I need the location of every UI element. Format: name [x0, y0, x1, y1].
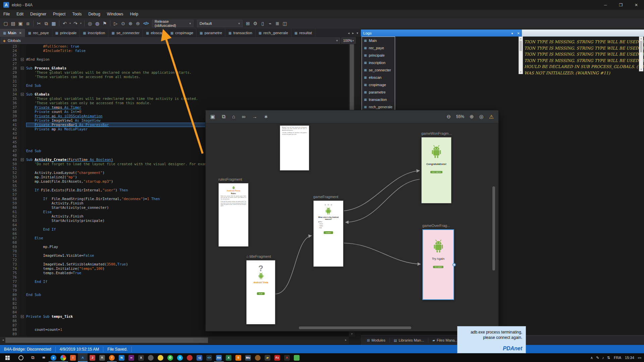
pin-panel-icon[interactable]: ▾ [509, 32, 515, 35]
window-minimize-button[interactable]: ─ [598, 0, 613, 10]
taskbar-icon-app-j[interactable]: J [88, 353, 97, 362]
hidden-icons-chevron[interactable]: ∧ [590, 356, 593, 360]
device-icon[interactable]: ▯ [259, 18, 266, 28]
taskbar-icon-app-x-dark[interactable]: X [136, 353, 146, 362]
tab-list-item-cropimage[interactable]: ▦cropimage [362, 81, 395, 88]
fold-toggle-icon[interactable]: − [21, 158, 24, 161]
log-scrollbar-inner[interactable]: ▴ ▾ [519, 37, 523, 74]
designer-grid-icon[interactable]: ⊞ [244, 18, 252, 28]
panel-tab-files-mana-[interactable]: ▰Files Mana... [430, 337, 461, 344]
redo-dropdown-icon[interactable]: ▾ [79, 18, 83, 28]
build-icon[interactable]: ⊙ [119, 18, 127, 28]
taskbar-icon-edge[interactable]: e [49, 353, 58, 362]
save-icon[interactable]: ▣ [17, 18, 24, 28]
fragment-card-rules[interactable]: Android TriviaRulesSelect the answer fro… [218, 183, 249, 247]
zoom-out-icon[interactable]: ⊖ [446, 114, 451, 120]
editor-zoom-select[interactable]: 100% ▾ [341, 38, 356, 44]
close-tab-icon[interactable]: ✕ [19, 31, 21, 35]
taskbar-icon-app-red-dot[interactable] [185, 353, 195, 362]
taskbar-icon-android-studio[interactable]: An [214, 353, 224, 362]
scroll-down-icon[interactable]: ▾ [639, 68, 643, 71]
fragment-card-about[interactable]: Android Trivia will help remind you of i… [280, 125, 309, 171]
taskbar-icon-app-orange[interactable]: i [68, 353, 78, 362]
bookmark-icon[interactable]: ⚑ [101, 18, 108, 28]
taskbar-icon-skype[interactable]: S [175, 353, 185, 362]
menu-designer[interactable]: Designer [27, 10, 50, 18]
tab-principale[interactable]: ▦principale [52, 29, 80, 37]
taskbar-icon-app-code[interactable]: <> [204, 353, 214, 362]
menu-debug[interactable]: Debug [85, 10, 103, 18]
action-arrow-icon[interactable]: → [252, 114, 257, 120]
build-configuration-select[interactable]: Release (obfuscated)▾ [152, 20, 194, 27]
taskbar-icon-firefox[interactable]: f [107, 353, 117, 362]
taskbar-icon-app-yellow-dot[interactable] [156, 353, 165, 362]
logs-panel-header[interactable]: Logs ▾✕ [361, 29, 522, 37]
copy-icon[interactable]: ⧉ [43, 18, 50, 28]
taskbar-icon-app-grey-dot[interactable] [146, 353, 156, 362]
new-file-icon[interactable]: ▢ [2, 18, 9, 28]
taskbar-icon-chrome[interactable] [58, 353, 68, 362]
scrollbar-thumb[interactable] [640, 41, 642, 52]
tab-rec_paye[interactable]: ▦rec_paye [25, 29, 52, 37]
replace-icon[interactable]: ◍ [94, 18, 101, 28]
action-game-to-won[interactable] [344, 171, 420, 211]
taskbar-icon-app-green[interactable] [292, 353, 302, 362]
layout-variant-select[interactable]: Default▾ [197, 20, 243, 27]
taskbar-icon-mail[interactable]: ✉ [39, 353, 49, 362]
taskbar-icon-app-mu[interactable]: Mu [243, 353, 253, 362]
tab-list-item-se_connecter[interactable]: ▦se_connecter [362, 66, 395, 74]
fragment-card-over[interactable]: Try AgainTRY AGAIN [422, 229, 454, 300]
panel-tab-modules[interactable]: ⊞Modules [364, 337, 388, 344]
menu-windows[interactable]: Windows [104, 10, 127, 18]
tab-parametre[interactable]: ▦parametre [197, 29, 225, 37]
paste-icon[interactable]: ▦ [50, 18, 57, 28]
compile-icon[interactable]: ⊛ [127, 18, 134, 28]
tab-list-item-transaction[interactable]: ▦transaction [362, 96, 395, 103]
submit-button[interactable]: SUBMIT [324, 231, 333, 234]
scroll-right-icon[interactable]: ▸ [343, 338, 349, 342]
tab-inscription[interactable]: ▦inscription [80, 29, 108, 37]
play-button[interactable]: PLAY [257, 292, 265, 295]
fragment-card-won[interactable]: Congratulations!NEXT MATCH [421, 137, 451, 203]
fragment-card-title[interactable]: ?Android TriviaPLAY [246, 260, 275, 324]
menu-help[interactable]: Help [127, 10, 142, 18]
tools-icon[interactable]: ⚙ [252, 18, 259, 28]
scrollbar-thumb[interactable] [5, 338, 208, 343]
canvas-horizontal-scrollbar[interactable] [299, 326, 411, 329]
start-button[interactable] [0, 353, 15, 362]
zoom-to-fit-icon[interactable]: ◎ [479, 114, 484, 120]
tab-list-item-inscription[interactable]: ▦inscription [362, 59, 395, 66]
notification-center-icon[interactable]: ▭ [638, 356, 641, 360]
scroll-down-icon[interactable]: ▾ [349, 332, 355, 336]
taskbar-icon-app-play[interactable]: ◁ [195, 353, 204, 362]
scroll-down-icon[interactable]: ▾ [519, 71, 523, 73]
close-panel-icon[interactable]: ✕ [515, 32, 522, 35]
panel-tab-libraries-man-[interactable]: ▤Libraries Man... [391, 337, 427, 344]
fold-toggle-icon[interactable]: − [21, 58, 24, 61]
taskbar-icon-whatsapp[interactable]: ✆ [165, 353, 175, 362]
taskbar-icon-excel[interactable]: X [224, 353, 233, 362]
selection-action-handle[interactable] [452, 263, 456, 266]
auto-arrange-icon[interactable]: ∗ [264, 114, 268, 120]
fold-toggle-icon[interactable]: − [21, 315, 24, 318]
log-list-icon[interactable]: ≣ [274, 18, 281, 28]
visual-designer-icon[interactable]: </> [142, 18, 150, 28]
canvas-vertical-scrollbar[interactable] [492, 186, 495, 270]
clock[interactable]: 15:34 [625, 356, 634, 360]
menu-edit[interactable]: Edit [13, 10, 27, 18]
tab-resultat[interactable]: ▦resultat [291, 29, 315, 37]
pdanet-notification-popup[interactable]: adb.exe process terminating, please conn… [457, 326, 526, 353]
tab-cropimage[interactable]: ▦cropimage [167, 29, 197, 37]
taskbar-icon-acrobat[interactable]: A [282, 353, 292, 362]
volume-icon[interactable]: ♪ [602, 356, 604, 360]
scroll-up-icon[interactable]: ▴ [639, 37, 643, 40]
menu-file[interactable]: File [0, 10, 13, 18]
menu-project[interactable]: Project [50, 10, 69, 18]
tab-eloscan[interactable]: ▦eloscan [143, 29, 167, 37]
home-icon[interactable]: ⌂ [232, 114, 235, 120]
scroll-up-icon[interactable]: ▴ [519, 37, 523, 40]
taskbar-icon-app-r[interactable]: R [97, 353, 107, 362]
scroll-tabs-left[interactable]: ◂ [348, 31, 350, 35]
tab-se_connecter[interactable]: ▦se_connecter [108, 29, 143, 37]
tab-list-item-main[interactable]: ▦Main [362, 37, 395, 44]
